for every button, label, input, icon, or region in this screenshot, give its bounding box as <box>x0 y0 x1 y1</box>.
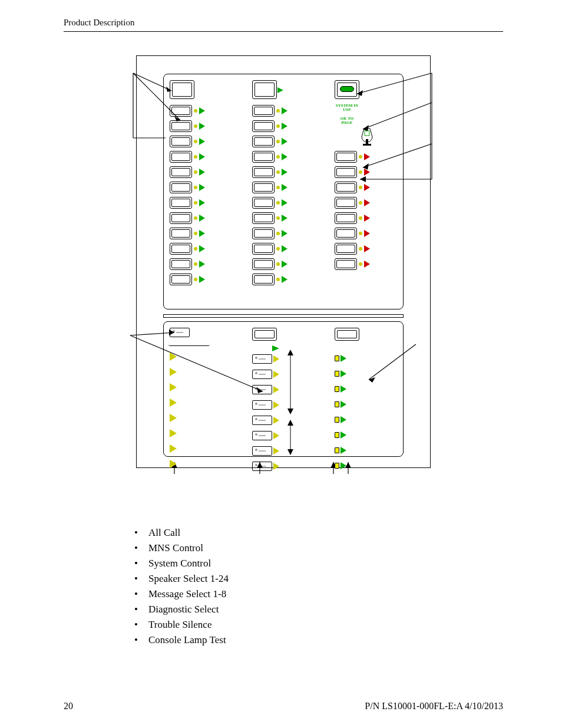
small-indicator-button[interactable] <box>252 354 272 364</box>
switch-button[interactable] <box>252 197 275 209</box>
switch-button[interactable] <box>170 212 192 224</box>
switch-button[interactable] <box>335 243 357 255</box>
arrow-right-icon <box>199 169 205 176</box>
arrow-right-icon <box>273 386 279 393</box>
switch-row <box>252 272 317 286</box>
switch-row <box>170 104 234 118</box>
switch-row <box>170 380 234 394</box>
switch-button[interactable] <box>335 151 357 163</box>
arrow-right-icon <box>272 345 282 351</box>
panel-button[interactable] <box>170 80 194 99</box>
small-indicator-button[interactable] <box>252 370 272 379</box>
switch-button[interactable] <box>170 274 192 285</box>
switch-row <box>335 397 399 411</box>
led-indicator <box>359 262 362 266</box>
switch-row <box>170 426 234 440</box>
led-indicator <box>359 247 362 251</box>
switch-row <box>252 180 317 195</box>
arrow-right-icon <box>273 432 279 439</box>
switch-button[interactable] <box>252 166 275 178</box>
switch-row <box>252 383 317 397</box>
switch-button[interactable] <box>170 258 192 270</box>
switch-button[interactable] <box>252 243 275 255</box>
arrow-right-icon <box>282 261 287 268</box>
arrow-right-icon <box>199 184 205 191</box>
switch-button[interactable] <box>335 166 357 178</box>
led-indicator <box>194 216 197 220</box>
switch-button[interactable] <box>170 120 192 132</box>
arrow-right-icon <box>273 401 279 409</box>
switch-button[interactable] <box>252 274 275 285</box>
led-indicator <box>194 232 197 235</box>
switch-button[interactable] <box>252 258 275 270</box>
arrow-right-icon <box>170 460 177 468</box>
switch-button[interactable] <box>252 105 275 117</box>
arrow-right-icon <box>170 353 177 361</box>
arrow-right-icon <box>282 245 287 252</box>
switch-button[interactable] <box>335 228 357 239</box>
arrow-right-icon <box>170 444 177 453</box>
switch-button[interactable] <box>335 182 357 193</box>
switch-row <box>335 428 399 442</box>
svg-rect-33 <box>365 131 369 136</box>
switch-button[interactable] <box>170 136 192 147</box>
switch-button[interactable] <box>335 212 357 224</box>
bot-col-1 <box>170 328 234 472</box>
led-indicator <box>276 170 280 174</box>
arrow-right-icon <box>340 416 346 423</box>
switch-row <box>170 242 234 256</box>
panel-button[interactable] <box>335 328 359 341</box>
switch-row <box>252 352 317 366</box>
svg-marker-37 <box>287 409 293 414</box>
switch-button[interactable] <box>335 197 357 209</box>
switch-button[interactable] <box>170 243 192 255</box>
led-indicator <box>194 201 197 205</box>
top-col-3: SYSTEM IN USE OK TO PAGE <box>335 80 399 272</box>
switch-row <box>252 226 317 241</box>
arrow-right-icon <box>364 230 370 237</box>
top-panel: SYSTEM IN USE OK TO PAGE <box>163 74 404 309</box>
led-indicator <box>359 201 362 205</box>
switch-button[interactable] <box>252 151 275 163</box>
switch-row <box>335 367 399 381</box>
switch-button[interactable] <box>252 136 275 147</box>
arrow-right-icon <box>340 447 346 454</box>
switch-button[interactable] <box>252 120 275 132</box>
page-footer: 20 P/N LS10001-000FL-E:A 4/10/2013 <box>64 701 503 711</box>
switch-button[interactable] <box>170 105 192 117</box>
arrow-right-icon <box>282 153 287 160</box>
small-indicator-button[interactable] <box>252 385 272 394</box>
led-indicator <box>335 432 339 438</box>
switch-button[interactable] <box>170 197 192 209</box>
switch-row <box>170 150 234 164</box>
switch-row <box>170 365 234 379</box>
switch-row <box>252 459 317 473</box>
arrow-right-icon <box>282 215 287 222</box>
switch-button[interactable] <box>335 258 357 270</box>
led-indicator <box>359 186 362 189</box>
panel-button[interactable] <box>252 328 277 341</box>
panel-divider <box>163 314 404 318</box>
arrow-right-icon <box>170 429 177 437</box>
small-indicator-button[interactable] <box>252 416 272 425</box>
small-indicator-button[interactable] <box>252 446 272 456</box>
panel-button[interactable] <box>252 80 277 99</box>
switch-button[interactable] <box>170 151 192 163</box>
switch-row <box>252 429 317 443</box>
switch-button[interactable] <box>170 182 192 193</box>
switch-button[interactable] <box>252 212 275 224</box>
arrow-right-icon <box>282 138 287 145</box>
led-indicator <box>194 109 197 113</box>
small-indicator-button[interactable] <box>252 400 272 410</box>
led-indicator <box>335 417 339 423</box>
list-item: Diagnostic Select <box>134 604 503 615</box>
small-indicator-button[interactable] <box>252 431 272 440</box>
microphone-icon <box>358 127 376 147</box>
switch-button[interactable] <box>170 228 192 239</box>
small-indicator-button[interactable] <box>252 462 272 471</box>
switch-button[interactable] <box>252 228 275 239</box>
switch-button[interactable] <box>170 166 192 178</box>
switch-button[interactable] <box>252 182 275 193</box>
panel-button[interactable] <box>335 80 359 99</box>
small-indicator-button[interactable] <box>170 328 190 337</box>
